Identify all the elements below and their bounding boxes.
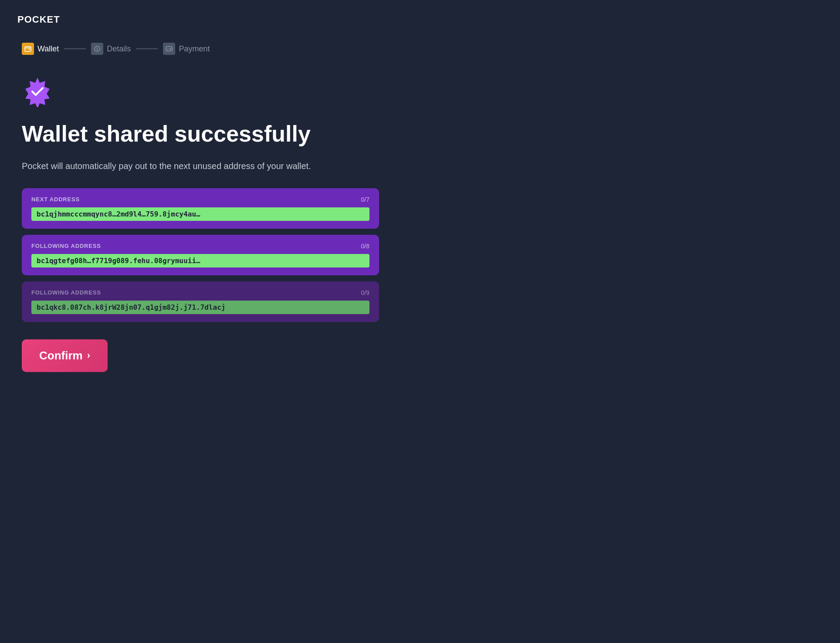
address-count-0: 0/7 (361, 196, 369, 203)
address-list: NEXT ADDRESS 0/7 bc1qjhmmcccmmqync8…2md9… (22, 188, 379, 322)
address-header-1: FOLLOWING ADDRESS 0/8 (31, 243, 369, 250)
payment-step-label: Payment (179, 44, 210, 54)
address-label-2: FOLLOWING ADDRESS (31, 289, 101, 296)
wallet-step-icon (22, 43, 34, 55)
svg-rect-5 (169, 48, 171, 50)
address-value-0: bc1qjhmmcccmmqync8…2md9l4…759.8jmcy4au… (31, 207, 369, 221)
app-logo: POCKET (17, 14, 823, 25)
step-wallet[interactable]: Wallet (22, 43, 59, 55)
step-payment[interactable]: Payment (163, 43, 210, 55)
address-value-1: bc1qgtefg08h…f7719g089.fehu.08grymuuii… (31, 254, 369, 267)
address-value-2: bc1qkc8.087ch.k8jrW28jn07.q1gjm82j.j71.7… (31, 301, 369, 314)
stepper: Wallet i Details Payment (22, 43, 823, 55)
address-card-0: NEXT ADDRESS 0/7 bc1qjhmmcccmmqync8…2md9… (22, 188, 379, 229)
success-title: Wallet shared successfully (22, 121, 379, 147)
divider-2 (136, 48, 158, 49)
divider-1 (64, 48, 86, 49)
address-count-1: 0/8 (361, 243, 369, 250)
success-badge (22, 76, 379, 121)
step-details[interactable]: i Details (91, 43, 131, 55)
confirm-label: Confirm (39, 349, 83, 362)
svg-text:i: i (97, 47, 98, 51)
address-count-2: 0/9 (361, 289, 369, 296)
confirm-button[interactable]: Confirm › (22, 339, 108, 372)
address-header-0: NEXT ADDRESS 0/7 (31, 196, 369, 203)
svg-rect-1 (29, 49, 30, 50)
details-step-label: Details (107, 44, 131, 54)
payment-step-icon (163, 43, 175, 55)
main-content: Wallet shared successfully Pocket will a… (22, 76, 379, 372)
address-card-2: FOLLOWING ADDRESS 0/9 bc1qkc8.087ch.k8jr… (22, 281, 379, 322)
address-label-0: NEXT ADDRESS (31, 196, 80, 203)
wallet-step-label: Wallet (37, 44, 59, 54)
address-label-1: FOLLOWING ADDRESS (31, 243, 101, 249)
success-description: Pocket will automatically pay out to the… (22, 159, 379, 173)
details-step-icon: i (91, 43, 103, 55)
address-card-1: FOLLOWING ADDRESS 0/8 bc1qgtefg08h…f7719… (22, 235, 379, 275)
chevron-right-icon: › (87, 350, 90, 361)
address-header-2: FOLLOWING ADDRESS 0/9 (31, 289, 369, 296)
